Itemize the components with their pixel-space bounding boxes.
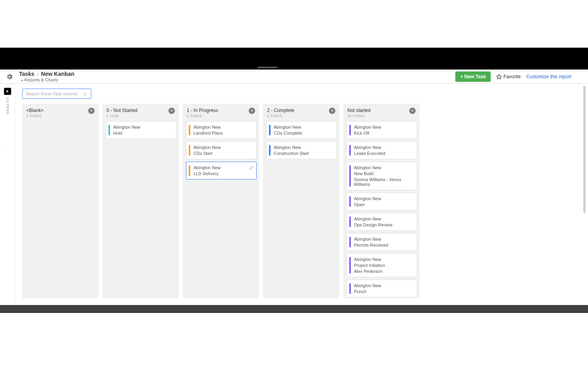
card-body: Abington NewKick Off [354, 125, 381, 135]
add-card-button[interactable]: + [168, 108, 175, 114]
search-box[interactable] [22, 89, 91, 99]
kanban-column: Not started14 TASKS+Abington NewKick Off… [343, 104, 420, 298]
card-status-stripe [269, 145, 271, 156]
kanban-card[interactable]: Abington NewLandlord Plans [186, 121, 257, 139]
card-status-stripe [189, 145, 190, 156]
card-line: Punch [354, 289, 381, 294]
search-icon [83, 91, 88, 96]
column-title: 0 - Not Started [106, 108, 137, 113]
breadcrumb-area: Tasks › New Kanban Reports & Charts [19, 71, 74, 82]
svg-marker-0 [497, 74, 501, 79]
card-line: Abington New [354, 196, 381, 201]
card-body: Abington NewOps Design Review [354, 216, 393, 227]
card-line: Permits Received [354, 243, 388, 247]
kanban-card[interactable]: Abington NewPunch [346, 280, 417, 297]
breadcrumb-current: New Kanban [41, 71, 74, 77]
column-title: 2 - Complete [267, 108, 294, 113]
kanban-card[interactable]: Abington NewOps Design Review [346, 213, 417, 231]
card-line: Serena Williams ; Venus Williams [354, 177, 414, 187]
svg-line-3 [86, 95, 87, 97]
breadcrumb-root[interactable]: Tasks [19, 71, 35, 77]
svg-marker-1 [6, 90, 8, 93]
card-line: Abington New [193, 145, 221, 150]
column-header: 0 - Not Started1 TASK+ [106, 107, 176, 121]
card-status-stripe [269, 125, 271, 135]
top-whitespace [0, 0, 588, 48]
card-line: Abington New [354, 216, 393, 221]
add-card-button[interactable]: + [409, 108, 416, 114]
card-status-stripe [349, 196, 351, 207]
kanban-column: 1 - In Progress3 TASKS+Abington NewLandl… [183, 104, 259, 298]
scrollbar-thumb[interactable] [583, 86, 586, 213]
search-input[interactable] [26, 91, 83, 96]
card-body: Abington NewCDs Complete [274, 125, 302, 135]
rail-drag-handle[interactable]: ··· [6, 145, 7, 149]
filters-toggle[interactable] [4, 88, 11, 95]
kanban-columns: <Blank>0 TASKS+0 - Not Started1 TASK+Abi… [22, 104, 583, 298]
breadcrumb-sub[interactable]: Reports & Charts [21, 77, 74, 82]
kanban-card[interactable]: Abington NewProject InitiationAlex Peder… [346, 253, 417, 277]
card-status-stripe [189, 165, 190, 176]
kanban-card[interactable]: Abington NewConstruction Start [266, 141, 337, 159]
kanban-card[interactable]: Abington NewCDs Start [186, 141, 257, 159]
app-titlebar [0, 48, 588, 70]
card-status-stripe [349, 145, 351, 156]
kanban-card[interactable]: Abington NewPermits Received [346, 233, 417, 251]
card-status-stripe [349, 165, 351, 187]
column-title: <Blank> [26, 108, 44, 113]
column-task-count: 14 TASKS [347, 114, 371, 118]
card-line: Open [354, 202, 381, 207]
vertical-scrollbar[interactable] [583, 86, 586, 305]
card-line: Abington New [274, 125, 302, 129]
add-card-button[interactable]: + [329, 108, 335, 114]
kanban-card[interactable]: Abington NewKick Off [346, 121, 417, 139]
card-line: Abington New [354, 257, 385, 262]
main-area: FILTERS ··· <Blank>0 TASKS+0 - Not Start… [0, 84, 588, 305]
favorite-label: Favorite [503, 74, 520, 79]
card-line: Abington New [193, 165, 221, 170]
customize-report-link[interactable]: Customize this report [526, 74, 571, 79]
plus-icon: + [411, 108, 414, 113]
breadcrumb: Tasks › New Kanban [19, 71, 74, 77]
new-task-button[interactable]: + New Task [455, 71, 491, 82]
add-card-button[interactable]: + [249, 108, 255, 114]
card-line: New Build [354, 171, 414, 176]
card-line: Ops Design Review [354, 222, 393, 227]
card-line: Lease Executed [354, 151, 385, 156]
card-status-stripe [108, 125, 110, 135]
column-task-count: 0 TASKS [26, 114, 44, 118]
plus-icon: + [170, 108, 173, 113]
kanban-card[interactable]: Abington NewHold [106, 121, 176, 139]
card-line: Abington New [193, 125, 222, 129]
star-icon [496, 74, 502, 79]
card-line: LLD Delivery [193, 171, 221, 176]
filters-rail: FILTERS ··· [0, 84, 15, 305]
kanban-card[interactable]: Abington NewLLD Delivery [186, 162, 257, 180]
column-header: 2 - Complete2 TASKS+ [266, 107, 337, 121]
card-line: Abington New [113, 125, 141, 129]
board: <Blank>0 TASKS+0 - Not Started1 TASK+Abi… [15, 84, 588, 305]
card-line: Kick Off [354, 131, 381, 135]
card-line: Abington New [354, 283, 381, 288]
card-line: Hold [113, 131, 141, 135]
favorite-button[interactable]: Favorite [496, 74, 520, 79]
kanban-card[interactable]: Abington NewOpen [346, 193, 417, 210]
add-card-button[interactable]: + [88, 108, 95, 114]
card-body: Abington NewNew BuildSerena Williams ; V… [354, 165, 414, 187]
card-status-stripe [349, 125, 351, 135]
column-task-count: 2 TASKS [267, 114, 294, 118]
filters-label: FILTERS [6, 97, 10, 114]
card-status-stripe [189, 125, 190, 135]
kanban-card[interactable]: Abington NewCDs Complete [266, 121, 337, 139]
plus-icon: + [250, 108, 253, 113]
kanban-card[interactable]: Abington NewNew BuildSerena Williams ; V… [346, 162, 417, 190]
card-line: Construction Start [274, 151, 309, 156]
gear-icon[interactable] [6, 73, 13, 80]
card-line: Abington New [354, 145, 385, 150]
kanban-card[interactable]: Abington NewLease Executed [346, 141, 417, 159]
card-line: CDs Start [193, 151, 221, 156]
column-header: <Blank>0 TASKS+ [25, 107, 96, 121]
card-body: Abington NewLLD Delivery [193, 165, 221, 176]
pencil-icon[interactable] [249, 164, 254, 169]
card-body: Abington NewLease Executed [354, 145, 385, 156]
